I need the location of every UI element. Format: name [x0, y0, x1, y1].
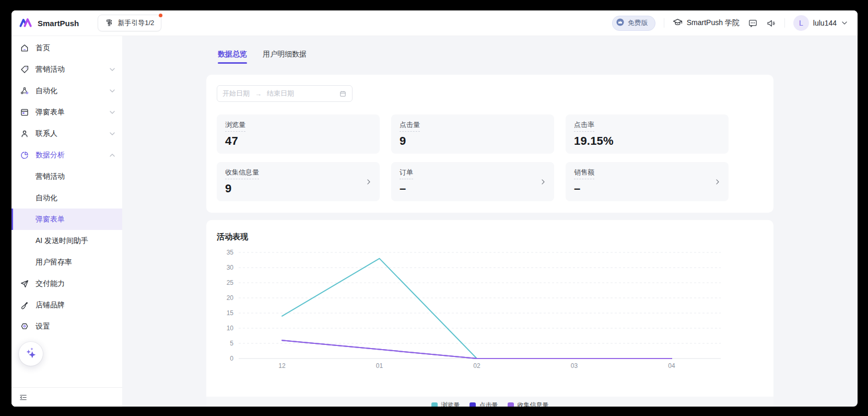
calendar-icon [339, 90, 347, 98]
sidebar-item-label: 联系人 [36, 129, 57, 138]
brush-icon [20, 301, 29, 310]
header-actions: 免费版 SmartPush 学院 [612, 15, 847, 31]
sparkles-icon [24, 346, 38, 362]
header-divider [664, 18, 664, 28]
sidebar-item-label: 首页 [36, 43, 50, 53]
sidebar-subitem-ai-send-time[interactable]: AI 发送时间助手 [11, 230, 122, 251]
sidebar-item-settings[interactable]: 设置 [11, 316, 122, 337]
tab-bar: 数据总览 用户明细数据 [218, 50, 773, 64]
legend-item-collected-info[interactable]: 收集信息量 [508, 401, 549, 407]
sidebar-item-label: 店铺品牌 [36, 301, 65, 310]
chart-canvas: 051015202530351201020304 [206, 220, 773, 407]
sidebar-item-label: 弹窗表单 [36, 108, 65, 117]
svg-text:04: 04 [668, 362, 675, 369]
svg-text:10: 10 [227, 325, 234, 332]
pie-chart-icon [20, 151, 29, 160]
chevron-down-icon [110, 111, 115, 114]
legend-item-views[interactable]: 浏览量 [431, 401, 460, 407]
campaign-performance-panel: 活动表现 051015202530351201020304 浏览量 点击量 [206, 220, 773, 407]
legend-label: 收集信息量 [518, 401, 549, 407]
top-header: SmartPush 新手引导1/2 免 [11, 10, 858, 36]
svg-text:0: 0 [230, 355, 233, 362]
automation-icon [20, 86, 29, 96]
stat-label: 收集信息量 [225, 168, 259, 179]
announcement-icon[interactable] [766, 18, 776, 28]
sidebar-item-campaigns[interactable]: 营销活动 [11, 59, 122, 80]
chevron-down-icon [110, 89, 115, 93]
guide-button-label: 新手引导1/2 [118, 18, 154, 28]
svg-text:15: 15 [227, 309, 234, 317]
brand-name: SmartPush [38, 19, 79, 28]
stat-label: 销售额 [574, 168, 594, 179]
stats-panel: 开始日期 → 结束日期 浏览量 47 [206, 75, 773, 213]
brand: SmartPush [19, 17, 79, 30]
plan-badge[interactable]: 免费版 [612, 16, 655, 31]
legend-swatch [470, 402, 476, 407]
end-date-placeholder: 结束日期 [267, 89, 294, 98]
sidebar-footer [11, 387, 122, 407]
chevron-down-icon [110, 68, 115, 71]
stat-card-click-rate: 点击率 19.15% [566, 114, 729, 154]
sidebar-item-label: 数据分析 [36, 151, 65, 160]
sidebar-subitem-campaigns[interactable]: 营销活动 [11, 166, 122, 187]
collapse-sidebar-icon[interactable] [19, 393, 28, 402]
legend-item-clicks[interactable]: 点击量 [470, 401, 498, 407]
svg-text:01: 01 [376, 362, 383, 369]
arrow-right-glyph: → [255, 90, 262, 98]
user-menu[interactable]: L lulu144 [793, 15, 847, 31]
message-icon[interactable] [748, 18, 758, 28]
sidebar-item-store-brand[interactable]: 店铺品牌 [11, 294, 122, 316]
date-range-picker[interactable]: 开始日期 → 结束日期 [217, 85, 353, 102]
popup-form-icon [20, 108, 29, 117]
ai-assistant-button[interactable] [19, 342, 43, 366]
svg-text:30: 30 [227, 264, 234, 271]
contacts-icon [20, 129, 29, 138]
svg-text:25: 25 [227, 279, 234, 286]
sidebar-item-home[interactable]: 首页 [11, 37, 122, 59]
sidebar-item-deliverability[interactable]: 交付能力 [11, 273, 122, 294]
smartpush-logo-icon [19, 17, 33, 30]
stat-card-sales[interactable]: 销售额 – [566, 162, 729, 201]
academy-label: SmartPush 学院 [687, 18, 740, 28]
legend-label: 点击量 [479, 401, 498, 407]
sidebar-item-contacts[interactable]: 联系人 [11, 123, 122, 144]
legend-label: 浏览量 [441, 401, 460, 407]
start-date-placeholder: 开始日期 [222, 89, 250, 98]
gear-icon [20, 322, 29, 331]
stat-value: – [574, 182, 720, 195]
stat-label: 点击率 [574, 120, 594, 132]
sidebar-item-analytics[interactable]: 数据分析 [11, 144, 122, 166]
stat-value: 9 [225, 182, 371, 195]
stat-value: 19.15% [574, 134, 720, 148]
onboarding-guide-button[interactable]: 新手引导1/2 [98, 15, 161, 31]
sidebar-subitem-popup-forms[interactable]: 弹窗表单 [11, 209, 122, 230]
stat-card-views: 浏览量 47 [217, 114, 380, 154]
chevron-down-icon [110, 132, 115, 135]
sidebar-item-popup-forms[interactable]: 弹窗表单 [11, 101, 122, 123]
stat-value: – [400, 182, 546, 195]
tab-data-overview[interactable]: 数据总览 [218, 50, 247, 64]
stat-value: 9 [400, 134, 546, 148]
chevron-down-icon [842, 21, 847, 25]
sidebar-item-automation[interactable]: 自动化 [11, 80, 122, 101]
sidebar-subitem-label: 弹窗表单 [36, 215, 65, 224]
sidebar-subitem-automation[interactable]: 自动化 [11, 187, 122, 209]
stat-card-orders[interactable]: 订单 – [391, 162, 554, 201]
chevron-up-icon [110, 154, 115, 157]
graduation-cap-icon [673, 17, 683, 29]
paper-plane-icon [20, 279, 29, 288]
header-divider [784, 18, 785, 28]
sidebar-item-label: 营销活动 [36, 65, 65, 74]
chart-legend: 浏览量 点击量 收集信息量 [206, 397, 773, 407]
stat-card-clicks: 点击量 9 [391, 114, 554, 154]
sidebar: 首页 营销活动 [11, 36, 122, 407]
svg-text:20: 20 [227, 294, 234, 302]
tab-user-detail-data[interactable]: 用户明细数据 [263, 50, 307, 64]
sidebar-subitem-retention[interactable]: 用户留存率 [11, 251, 122, 273]
username: lulu144 [813, 19, 837, 27]
stat-card-collected-info[interactable]: 收集信息量 9 [217, 162, 380, 201]
svg-text:02: 02 [473, 362, 480, 369]
svg-text:5: 5 [230, 340, 233, 347]
legend-swatch [508, 402, 514, 407]
academy-link[interactable]: SmartPush 学院 [673, 17, 740, 29]
